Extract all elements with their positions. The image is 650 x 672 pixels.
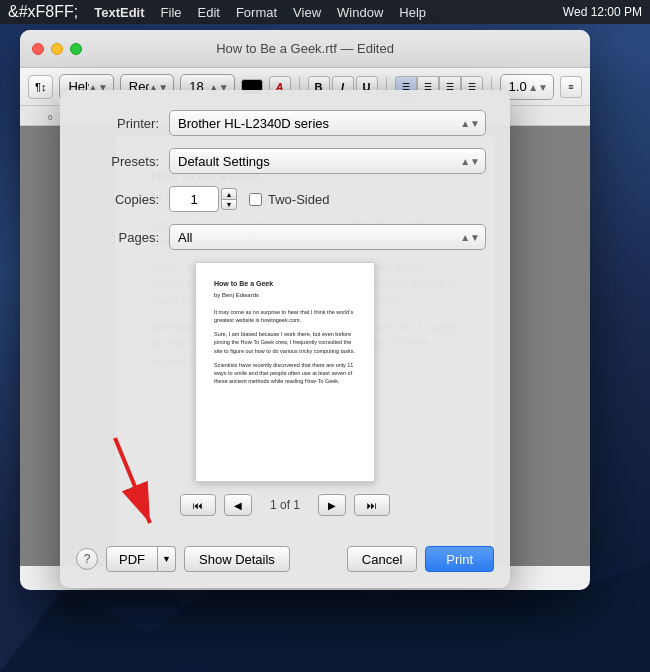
maximize-button[interactable] (70, 43, 82, 55)
page-navigation: ⏮ ◀ 1 of 1 ▶ ⏭ (84, 494, 486, 516)
prev-page-button[interactable]: ◀ (224, 494, 252, 516)
text-direction-button[interactable]: ¶↕ (28, 75, 53, 99)
preview-paper: How to Be a Geek by Benj Edwards It may … (195, 262, 375, 482)
lists-button[interactable]: ≡ (560, 76, 582, 98)
menubar: &#xF8FF; TextEdit File Edit Format View … (0, 0, 650, 24)
presets-label: Presets: (84, 154, 159, 169)
minimize-button[interactable] (51, 43, 63, 55)
preview-para-2: Sure, I am biased because I work there, … (214, 330, 356, 355)
close-button[interactable] (32, 43, 44, 55)
two-sided-checkbox[interactable] (249, 193, 262, 206)
two-sided-label: Two-Sided (249, 192, 329, 207)
two-sided-text: Two-Sided (268, 192, 329, 207)
printer-label: Printer: (84, 116, 159, 131)
copies-label: Copies: (84, 192, 159, 207)
pdf-dropdown-button[interactable]: ▼ (158, 546, 176, 572)
dialog-footer: ? PDF ▼ Show Details Cancel Print (60, 546, 510, 588)
menubar-file[interactable]: File (161, 5, 182, 20)
next-page-button[interactable]: ▶ (318, 494, 346, 516)
window-title: How to Be a Geek.rtf — Edited (216, 41, 394, 56)
print-dialog: Printer: Brother HL-L2340D series ▲▼ Pre… (60, 90, 510, 588)
copies-decrement-button[interactable]: ▼ (221, 199, 237, 210)
printer-row: Printer: Brother HL-L2340D series ▲▼ (84, 110, 486, 136)
menubar-view[interactable]: View (293, 5, 321, 20)
pdf-button[interactable]: PDF (106, 546, 158, 572)
print-button[interactable]: Print (425, 546, 494, 572)
menubar-textedit[interactable]: TextEdit (94, 5, 144, 20)
show-details-button[interactable]: Show Details (184, 546, 290, 572)
presets-select-wrapper: Default Settings ▲▼ (169, 148, 486, 174)
help-button[interactable]: ? (76, 548, 98, 570)
dialog-content: Printer: Brother HL-L2340D series ▲▼ Pre… (60, 90, 510, 546)
pages-label: Pages: (84, 230, 159, 245)
preview-area: How to Be a Geek by Benj Edwards It may … (84, 262, 486, 482)
svg-text:0: 0 (48, 113, 53, 122)
copies-row: Copies: 1 ▲ ▼ Two-Sided (84, 186, 486, 212)
last-page-button[interactable]: ⏭ (354, 494, 390, 516)
printer-select-wrapper: Brother HL-L2340D series ▲▼ (169, 110, 486, 136)
preview-para-1: It may come as no surprise to hear that … (214, 308, 356, 325)
copies-increment-button[interactable]: ▲ (221, 188, 237, 199)
preview-title: How to Be a Geek (214, 279, 356, 290)
pdf-button-group: PDF ▼ (106, 546, 176, 572)
menubar-window[interactable]: Window (337, 5, 383, 20)
presets-select[interactable]: Default Settings (169, 148, 486, 174)
apple-menu-icon[interactable]: &#xF8FF; (8, 3, 78, 21)
pages-select[interactable]: All (169, 224, 486, 250)
preview-para-3: Scientists have recently discovered that… (214, 361, 356, 386)
menubar-help[interactable]: Help (399, 5, 426, 20)
pages-select-wrapper: All ▲▼ (169, 224, 486, 250)
copies-stepper: ▲ ▼ (221, 188, 237, 210)
page-indicator: 1 of 1 (260, 498, 310, 512)
menubar-time: Wed 12:00 PM (563, 5, 642, 19)
printer-select[interactable]: Brother HL-L2340D series (169, 110, 486, 136)
first-page-button[interactable]: ⏮ (180, 494, 216, 516)
traffic-lights (32, 43, 82, 55)
menubar-edit[interactable]: Edit (198, 5, 220, 20)
menubar-format[interactable]: Format (236, 5, 277, 20)
presets-row: Presets: Default Settings ▲▼ (84, 148, 486, 174)
cancel-button[interactable]: Cancel (347, 546, 417, 572)
window-titlebar: How to Be a Geek.rtf — Edited (20, 30, 590, 68)
copies-input[interactable]: 1 (169, 186, 219, 212)
preview-author: by Benj Edwards (214, 291, 356, 300)
pages-row: Pages: All ▲▼ (84, 224, 486, 250)
